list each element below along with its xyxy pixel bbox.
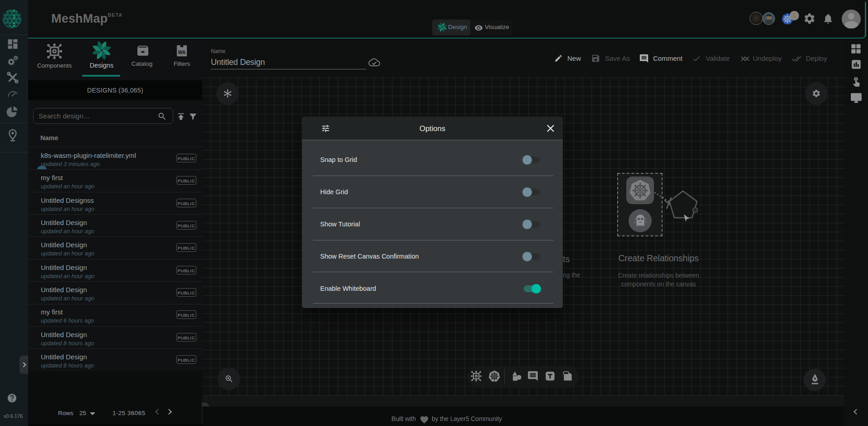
svg-text:WA: WA (178, 50, 186, 55)
